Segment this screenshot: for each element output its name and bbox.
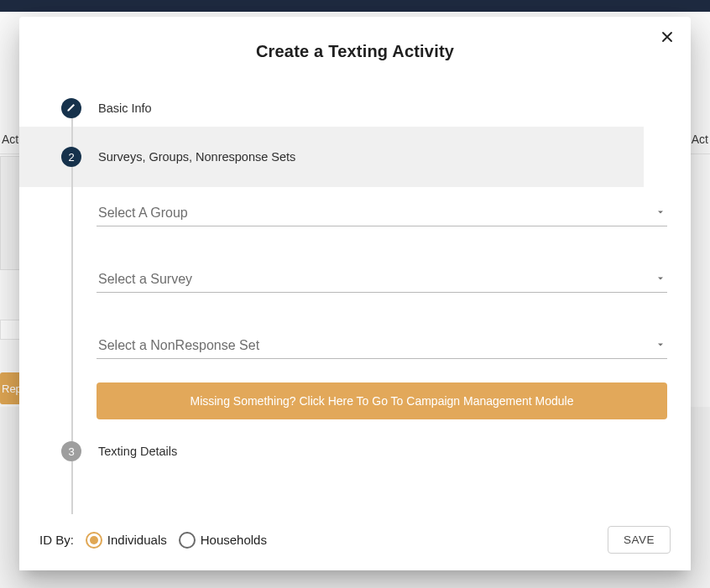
step-texting-details[interactable]: 3 Texting Details — [43, 433, 667, 470]
chevron-down-icon — [655, 338, 666, 353]
dialog-footer: ID By: Individuals Households SAVE — [19, 514, 691, 570]
radio-households[interactable]: Households — [179, 532, 267, 549]
step-1-circle — [61, 98, 81, 118]
campaign-management-link[interactable]: Missing Something? Click Here To Go To C… — [97, 382, 667, 419]
close-button[interactable] — [655, 25, 679, 49]
select-survey-placeholder: Select a Survey — [98, 272, 192, 287]
radio-individuals[interactable]: Individuals — [86, 532, 167, 549]
chevron-down-icon — [655, 272, 666, 287]
step-surveys-groups[interactable]: 2 Surveys, Groups, Nonresponse Sets — [19, 127, 644, 187]
id-by-label: ID By: — [39, 533, 74, 547]
select-survey[interactable]: Select a Survey — [97, 267, 667, 293]
step-2-label: Surveys, Groups, Nonresponse Sets — [98, 150, 295, 164]
scroll-spacer — [43, 470, 667, 514]
step-2-circle: 2 — [61, 147, 81, 167]
stepper: Basic Info 2 Surveys, Groups, Nonrespons… — [19, 76, 691, 514]
radio-circle-icon — [86, 532, 102, 549]
create-activity-dialog: Create a Texting Activity Basic Info — [19, 17, 691, 570]
close-icon — [659, 29, 676, 45]
radio-circle-icon — [179, 532, 196, 549]
radio-households-label: Households — [201, 533, 267, 547]
step-3-label: Texting Details — [98, 445, 177, 458]
save-button[interactable]: SAVE — [608, 526, 671, 554]
stepper-scroll[interactable]: Basic Info 2 Surveys, Groups, Nonrespons… — [19, 76, 691, 514]
select-group-placeholder: Select A Group — [98, 206, 188, 221]
step-1-label: Basic Info — [98, 101, 152, 115]
modal-scrim: Create a Texting Activity Basic Info — [0, 0, 710, 588]
id-by-group: ID By: Individuals Households — [39, 532, 267, 549]
step-basic-info[interactable]: Basic Info — [43, 90, 667, 127]
dialog-title: Create a Texting Activity — [19, 17, 691, 76]
select-nonresponse-placeholder: Select a NonResponse Set — [98, 338, 259, 353]
step-2-body: Select A Group Select a Survey — [93, 200, 667, 419]
radio-individuals-label: Individuals — [107, 533, 167, 547]
chevron-down-icon — [655, 206, 666, 221]
select-nonresponse[interactable]: Select a NonResponse Set — [97, 333, 667, 359]
step-3-circle: 3 — [61, 441, 81, 461]
pencil-icon — [66, 102, 76, 115]
select-group[interactable]: Select A Group — [97, 200, 667, 226]
